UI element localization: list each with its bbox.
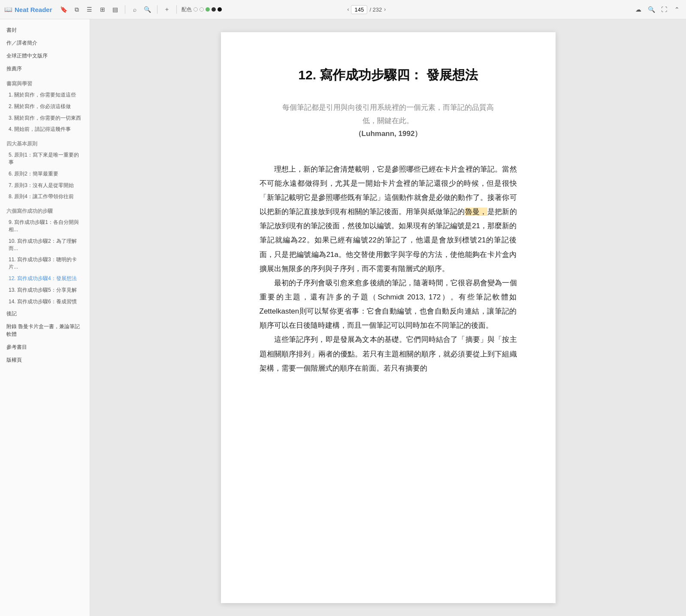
- divider1: [125, 5, 125, 14]
- color-dot-5[interactable]: [218, 7, 222, 12]
- highlight-luhmann: 魯曼，: [465, 208, 487, 216]
- toolbar: 📖 Neat Reader 🔖 ⧉ ☰ ⊞ ▤ ⌕ 🔍 ＋ 配色 ‹ / 232…: [0, 0, 686, 19]
- prev-page-button[interactable]: ‹: [347, 6, 349, 12]
- sidebar-item-references[interactable]: 參考書目: [0, 341, 90, 353]
- menu-icon[interactable]: ☰: [85, 5, 94, 14]
- sidebar-item-ch13[interactable]: 13. 寫作成功步驟5：分享見解: [0, 284, 90, 296]
- sidebar-item-ch5[interactable]: 5. 原則1：寫下來是唯一重要的事: [0, 149, 90, 168]
- quote-block: 每個筆記都是引用與向後引用系統裡的一個元素，而筆記的品質高低，關鍵在此。 （Lu…: [281, 101, 496, 141]
- color-section: 配色: [181, 6, 222, 13]
- plus-icon[interactable]: ＋: [162, 5, 172, 14]
- sidebar-item-ch12[interactable]: 12. 寫作成功步驟4：發展想法: [0, 273, 90, 284]
- chapter-title: 12. 寫作成功步驟四： 發展想法: [260, 66, 517, 84]
- next-page-button[interactable]: ›: [384, 6, 386, 12]
- main-layout: 書封 作／譯者簡介 全球正體中文版序 推薦序 書寫與學習 1. 關於寫作，你需要…: [0, 19, 686, 616]
- layout-icon[interactable]: ▤: [111, 5, 120, 14]
- page-separator: / 232: [369, 6, 382, 13]
- sidebar-item-ch9[interactable]: 9. 寫作成功步驟1：各自分開與相...: [0, 217, 90, 236]
- divider3: [176, 5, 177, 14]
- copy-icon[interactable]: ⧉: [72, 5, 82, 14]
- page-navigation: ‹ / 232 ›: [347, 5, 386, 14]
- app-name: Neat Reader: [15, 6, 52, 13]
- search2-icon[interactable]: 🔍: [143, 5, 152, 14]
- page-number-input[interactable]: [351, 5, 367, 14]
- quote-author: （Luhmann, 1992）: [281, 127, 496, 141]
- sidebar-item-ch1[interactable]: 1. 關於寫作，你需要知道這些: [0, 89, 90, 101]
- collapse-icon[interactable]: ⌃: [672, 5, 682, 14]
- section-steps: 六個寫作成功的步驟: [0, 202, 90, 217]
- body-text: 理想上，新的筆記會清楚載明，它是參照哪些已經在卡片盒裡的筆記。當然不可能永遠都做…: [260, 162, 517, 375]
- section-writing-learning: 書寫與學習: [0, 75, 90, 89]
- app-icon: 📖: [4, 6, 12, 13]
- sidebar-item-ch3[interactable]: 3. 關於寫作，你需要的一切東西: [0, 112, 90, 124]
- content-area[interactable]: 12. 寫作成功步驟四： 發展想法 每個筆記都是引用與向後引用系統裡的一個元素，…: [90, 19, 686, 616]
- sidebar-item-recommend[interactable]: 推薦序: [0, 62, 90, 75]
- sidebar-item-author[interactable]: 作／譯者簡介: [0, 36, 90, 49]
- bookmark-icon[interactable]: 🔖: [59, 5, 69, 14]
- divider2: [157, 5, 157, 14]
- sidebar-item-copyright[interactable]: 版權頁: [0, 353, 90, 366]
- sidebar: 書封 作／譯者簡介 全球正體中文版序 推薦序 書寫與學習 1. 關於寫作，你需要…: [0, 19, 90, 616]
- color-label: 配色: [181, 6, 192, 13]
- grid-icon[interactable]: ⊞: [98, 5, 107, 14]
- chapter-number: 12.: [298, 68, 316, 82]
- sidebar-item-preface[interactable]: 全球正體中文版序: [0, 49, 90, 62]
- section-principles: 四大基本原則: [0, 135, 90, 149]
- color-dot-4[interactable]: [212, 7, 216, 12]
- sidebar-item-postscript[interactable]: 後記: [0, 307, 90, 320]
- quote-text: 每個筆記都是引用與向後引用系統裡的一個元素，而筆記的品質高低，關鍵在此。: [281, 101, 496, 127]
- page: 12. 寫作成功步驟四： 發展想法 每個筆記都是引用與向後引用系統裡的一個元素，…: [221, 32, 556, 603]
- sidebar-item-ch11[interactable]: 11. 寫作成功步驟3：聰明的卡片...: [0, 254, 90, 273]
- search-icon[interactable]: ⌕: [130, 5, 139, 14]
- paragraph-3: 這些筆記序列，即是發展為文本的基礎。它們同時結合了「摘要」與「按主題相關順序排列…: [260, 332, 517, 375]
- fullscreen-icon[interactable]: ⛶: [659, 5, 669, 14]
- sidebar-item-cover[interactable]: 書封: [0, 24, 90, 36]
- sidebar-item-ch4[interactable]: 4. 開始前，請記得這幾件事: [0, 124, 90, 135]
- paragraph-2: 最初的子序列會吸引愈來愈多後續的筆記，隨著時間，它很容易會變為一個重要的主題，還…: [260, 276, 517, 333]
- sidebar-item-ch7[interactable]: 7. 原則3：沒有人是從零開始: [0, 180, 90, 191]
- sidebar-item-ch14[interactable]: 14. 寫作成功步驟6：養成習慣: [0, 296, 90, 308]
- color-dot-2[interactable]: [199, 7, 204, 12]
- chapter-title-text: 寫作成功步驟四： 發展想法: [320, 68, 477, 82]
- sidebar-item-ch2[interactable]: 2. 關於寫作，你必須這樣做: [0, 101, 90, 112]
- sidebar-item-appendix[interactable]: 附錄 魯曼卡片盒一書，兼論筆記軟體: [0, 320, 90, 341]
- toolbar-right: ☁ 🔍 ⛶ ⌃: [634, 5, 682, 14]
- color-dot-1[interactable]: [193, 7, 198, 12]
- app-brand: 📖 Neat Reader: [4, 6, 52, 13]
- paragraph-1: 理想上，新的筆記會清楚載明，它是參照哪些已經在卡片盒裡的筆記。當然不可能永遠都做…: [260, 162, 517, 276]
- sidebar-item-ch10[interactable]: 10. 寫作成功步驟2：為了理解而...: [0, 236, 90, 254]
- cloud-icon[interactable]: ☁: [634, 5, 643, 14]
- sidebar-item-ch6[interactable]: 6. 原則2：簡單最重要: [0, 168, 90, 180]
- sidebar-item-ch8[interactable]: 8. 原則4：讓工作帶領你往前: [0, 191, 90, 202]
- search-right-icon[interactable]: 🔍: [647, 5, 656, 14]
- color-dot-3[interactable]: [205, 7, 210, 12]
